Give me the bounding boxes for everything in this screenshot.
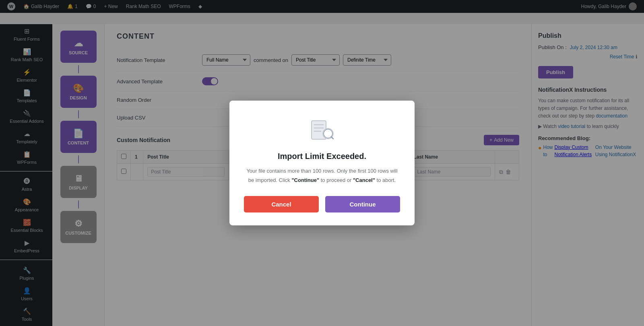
- modal-overlay[interactable]: Import Limit Exceeded. Your file contain…: [0, 0, 644, 326]
- modal-middle-text: to proceed or: [321, 177, 352, 183]
- modal-dialog: Import Limit Exceeded. Your file contain…: [229, 101, 415, 225]
- modal-continue-button[interactable]: Continue: [325, 196, 400, 213]
- modal-cancel-button[interactable]: Cancel: [244, 196, 319, 213]
- modal-cancel-ref: "Cancel": [353, 177, 375, 183]
- modal-body: Your file contains more than 100 rows. O…: [244, 167, 400, 184]
- modal-continue-ref: "Continue": [291, 177, 319, 183]
- svg-line-6: [331, 137, 333, 139]
- modal-icon: [244, 117, 400, 145]
- modal-end-text: to abort.: [377, 177, 396, 183]
- modal-buttons: Cancel Continue: [244, 196, 400, 213]
- modal-title: Import Limit Exceeded.: [244, 152, 400, 161]
